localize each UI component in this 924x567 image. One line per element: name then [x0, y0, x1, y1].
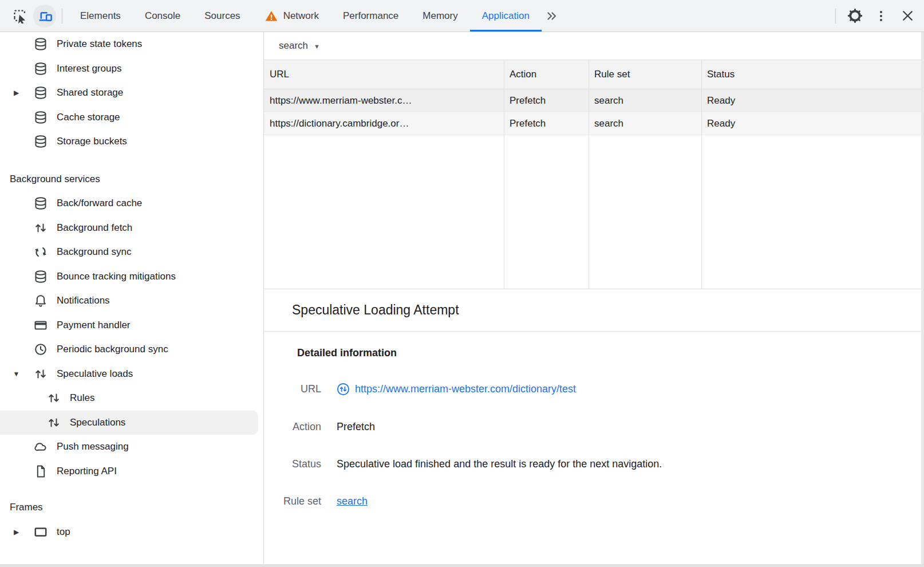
sidebar-item-label: Storage buckets	[57, 136, 127, 147]
sidebar-section-frames: Frames	[0, 495, 263, 520]
sidebar-item-label: Shared storage	[57, 87, 123, 99]
detail-label: Action	[273, 421, 321, 433]
tab-performance[interactable]: Performance	[331, 0, 410, 32]
cell-action: Prefetch	[504, 112, 589, 135]
sidebar-item-interest-groups[interactable]: Interest groups	[0, 57, 263, 81]
database-icon	[33, 61, 49, 77]
tab-application[interactable]: Application	[470, 0, 542, 32]
sidebar-item-top-frame[interactable]: ▶ top	[0, 520, 263, 545]
dropdown-arrow-icon: ▼	[314, 42, 320, 50]
sidebar-item-cache-storage[interactable]: Cache storage	[0, 105, 263, 130]
sidebar-section-background-services: Background services	[0, 167, 263, 192]
tab-memory[interactable]: Memory	[410, 0, 469, 32]
table-row[interactable]: https://www.merriam-webster.c… Prefetch …	[264, 89, 921, 112]
tab-network[interactable]: Network	[252, 0, 331, 32]
device-toolbar-icon	[37, 8, 53, 23]
sidebar-item-background-fetch[interactable]: Background fetch	[0, 216, 263, 241]
sidebar-item-back-forward-cache[interactable]: Back/forward cache	[0, 191, 263, 216]
speculations-toolbar: search ▼	[264, 32, 921, 60]
ruleset-filter-value: search	[279, 40, 308, 52]
expand-arrow-icon[interactable]: ▶	[0, 89, 33, 96]
sidebar-item-periodic-background-sync[interactable]: Periodic background sync	[0, 337, 263, 362]
attempt-title-text: Speculative Loading Attempt	[292, 302, 459, 318]
up-down-arrows-icon	[46, 390, 62, 406]
sidebar-item-label: Back/forward cache	[57, 198, 142, 209]
tab-label: Sources	[204, 10, 240, 22]
sidebar-item-label: Speculative loads	[57, 368, 133, 380]
tab-console[interactable]: Console	[133, 0, 192, 32]
sidebar-item-label: Background sync	[57, 246, 131, 258]
toggle-device-toolbar-button[interactable]	[33, 5, 56, 27]
menu-button[interactable]	[868, 5, 894, 27]
datagrid-header: URL Action Rule set Status	[264, 60, 921, 89]
cloud-icon	[33, 439, 49, 455]
sidebar-item-label: Bounce tracking mitigations	[57, 271, 176, 282]
database-icon	[33, 133, 49, 149]
column-header-status[interactable]: Status	[701, 60, 921, 89]
sidebar-item-push-messaging[interactable]: Push messaging	[0, 435, 263, 459]
gear-icon	[847, 8, 863, 23]
sidebar-item-shared-storage[interactable]: ▶ Shared storage	[0, 81, 263, 105]
sidebar-item-label: Cache storage	[57, 112, 120, 123]
ruleset-filter-dropdown[interactable]: search ▼	[279, 40, 320, 52]
close-devtools-button[interactable]	[894, 5, 921, 27]
cell-url: https://www.merriam-webster.c…	[264, 89, 504, 112]
sidebar-item-label: Interest groups	[57, 63, 121, 74]
collapse-arrow-icon[interactable]: ▼	[0, 371, 33, 377]
attempt-status-value: Speculative load finished and the result…	[337, 458, 662, 470]
sidebar-item-label: Periodic background sync	[57, 344, 168, 355]
sidebar-item-private-state-tokens[interactable]: Private state tokens	[0, 32, 263, 57]
sidebar-item-payment-handler[interactable]: Payment handler	[0, 313, 263, 338]
application-sidebar: Private state tokens Interest groups ▶ S…	[0, 32, 264, 564]
clock-icon	[33, 341, 49, 357]
sidebar-item-label: Reporting API	[57, 466, 117, 477]
tab-elements[interactable]: Elements	[68, 0, 133, 32]
sidebar-item-storage-buckets[interactable]: Storage buckets	[0, 129, 263, 154]
more-tabs-button[interactable]	[542, 9, 562, 23]
expand-arrow-icon[interactable]: ▶	[0, 529, 33, 536]
column-divider[interactable]	[504, 60, 504, 289]
attempt-url-link[interactable]: https://www.merriam-webster.com/dictiona…	[355, 383, 576, 395]
sidebar-item-label: Rules	[70, 392, 94, 404]
inspect-element-button[interactable]	[8, 5, 31, 27]
column-divider[interactable]	[589, 60, 589, 289]
sidebar-item-rules[interactable]: Rules	[0, 386, 263, 411]
attempt-action-value: Prefetch	[337, 421, 375, 433]
attempt-rule-set-link[interactable]: search	[337, 495, 368, 507]
toolbar-divider	[835, 9, 836, 23]
sidebar-item-speculations[interactable]: Speculations	[0, 411, 258, 435]
up-down-arrows-icon	[46, 415, 62, 431]
sidebar-item-background-sync[interactable]: Background sync	[0, 240, 263, 265]
cell-status: Ready	[701, 112, 921, 135]
database-icon	[33, 269, 49, 285]
sidebar-item-bounce-tracking-mitigations[interactable]: Bounce tracking mitigations	[0, 265, 263, 289]
tab-label: Network	[283, 10, 319, 22]
devtools-tabbar: Elements Console Sources Network Perform…	[0, 0, 924, 32]
inspect-icon	[12, 8, 27, 23]
toolbar-divider	[62, 9, 62, 23]
close-icon	[901, 9, 915, 23]
detail-row-action: Action Prefetch	[273, 421, 921, 433]
sidebar-item-label: Private state tokens	[57, 38, 142, 50]
column-header-rule-set[interactable]: Rule set	[589, 60, 701, 89]
payment-card-icon	[33, 317, 49, 333]
tab-sources[interactable]: Sources	[192, 0, 252, 32]
cell-action: Prefetch	[504, 89, 589, 112]
sync-icon	[33, 244, 49, 260]
column-header-url[interactable]: URL	[264, 60, 504, 89]
sidebar-item-speculative-loads[interactable]: ▼ Speculative loads	[0, 362, 263, 387]
table-row[interactable]: https://dictionary.cambridge.or… Prefetc…	[264, 112, 921, 135]
up-down-arrows-icon	[33, 366, 49, 382]
cell-rule-set: search	[589, 89, 701, 112]
column-divider[interactable]	[701, 60, 702, 289]
column-header-action[interactable]: Action	[504, 60, 589, 89]
open-url-link-icon[interactable]	[337, 383, 350, 396]
sidebar-item-notifications[interactable]: Notifications	[0, 289, 263, 313]
sidebar-item-label: Push messaging	[57, 441, 129, 452]
tabbar-right-controls	[830, 0, 924, 32]
detail-label: URL	[273, 383, 321, 395]
database-icon	[33, 36, 49, 52]
detail-row-rule-set: Rule set search	[273, 495, 921, 507]
settings-button[interactable]	[842, 5, 868, 27]
sidebar-item-reporting-api[interactable]: Reporting API	[0, 459, 263, 484]
